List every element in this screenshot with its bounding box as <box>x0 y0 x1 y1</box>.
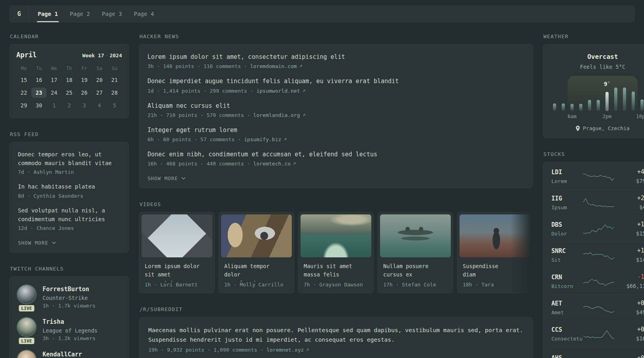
calendar-day-cell: 5 <box>107 100 122 111</box>
weather-hour-bar <box>614 88 617 111</box>
video-card[interactable]: Aliquam tempor dolor nec pharetra… 1h · … <box>219 212 294 293</box>
subreddit-post-title[interactable]: Maecenas mollis pulvinar erat non posuer… <box>148 326 524 345</box>
calendar-day-cell: 22 <box>16 88 31 98</box>
stock-values: +0.46% <box>614 354 644 358</box>
dashboard-grid: CALENDAR April Week 17·2024 Mo Tu We Th <box>0 22 644 358</box>
hn-item-title[interactable]: Lorem ipsum dolor sit amet, consectetur … <box>147 53 524 62</box>
stock-row[interactable]: AHS +0.46% <box>551 347 644 358</box>
external-link-icon <box>302 113 306 117</box>
video-thumbnail[interactable] <box>221 214 292 257</box>
video-thumbnail[interactable] <box>142 214 212 257</box>
calendar-day-cell: 30 <box>31 100 47 111</box>
page-tab[interactable]: Page 1 <box>32 6 64 22</box>
video-meta: 1h · Lori Barnett <box>140 282 214 293</box>
twitch-channel-name[interactable]: Trisha <box>43 317 97 325</box>
hn-item-domain: loremtech.co <box>253 161 291 167</box>
app-logo[interactable]: G <box>10 6 29 22</box>
stock-change: -1.00% <box>614 273 644 280</box>
video-meta: 17h · Stefan Cole <box>378 282 453 293</box>
rss-item-title[interactable]: In hac habitasse platea <box>18 183 120 191</box>
stock-name: Consectetur <box>551 336 583 342</box>
calendar-day-cell: 16 <box>31 75 47 85</box>
video-thumbnail[interactable] <box>301 214 371 257</box>
twitch-channel-row[interactable]: LIVE Trisha League of Legends 3h · 1.2k … <box>17 317 121 341</box>
twitch-channel-name[interactable]: ForrestBurton <box>43 285 95 293</box>
calendar-day-cell: 2 <box>62 100 77 111</box>
twitch-channel-info: KendallCarr <box>43 350 82 358</box>
page-tab[interactable]: Page 2 <box>64 6 96 22</box>
subreddit-post-domain: loremnet.xyz <box>266 347 304 353</box>
calendar-weekday-label: Th <box>62 66 77 71</box>
stock-values: +0.51% $165.84 <box>614 326 644 342</box>
video-card[interactable]: Nullam posuere cursus ex 17h · Stefan Co… <box>378 212 453 293</box>
video-thumbnail[interactable] <box>460 214 530 257</box>
calendar-card: April Week 17·2024 Mo Tu We Th Fr <box>10 44 129 118</box>
stock-row[interactable]: DBS Dolor +1.42% $156.28 <box>551 216 644 242</box>
hn-item-title[interactable]: Donec enim nibh, condimentum et accumsan… <box>147 150 524 159</box>
twitch-channel-row[interactable]: LIVE ForrestBurton Counter-Strike 1h · 1… <box>17 285 121 309</box>
video-meta: 18h · Tara <box>458 282 532 293</box>
stock-price: $165.84 <box>614 335 644 342</box>
video-title[interactable]: Suspendisse diam <box>458 259 532 279</box>
video-thumbnail[interactable] <box>380 214 451 257</box>
twitch-channel-row[interactable]: LIVE KendallCarr <box>17 350 121 358</box>
stock-price: $499.72 <box>614 309 644 315</box>
hn-show-more-button[interactable]: SHOW MORE <box>147 175 186 181</box>
stock-row[interactable]: SNRC Sit +1.36% $148.64 <box>551 242 644 268</box>
hn-item-domain: ipsumworld.net <box>256 88 300 94</box>
twitch-avatar-wrap: LIVE <box>17 317 36 341</box>
stock-row[interactable]: AET Amet +0.92% $499.72 <box>551 295 644 321</box>
videos-row: Lorem ipsum dolor sit amet consectetu… 1… <box>139 212 533 293</box>
calendar-day-cell: 29 <box>16 100 31 111</box>
hn-item-domain: loremdomain.com <box>250 63 297 69</box>
rss-item-meta: 8d · Cynthia Saunders <box>18 193 120 199</box>
stock-change: +4.35% <box>614 168 644 175</box>
video-title[interactable]: Aliquam tempor dolor nec pharetra… <box>219 259 294 282</box>
calendar-widget: CALENDAR April Week 17·2024 Mo Tu We Th <box>10 33 129 118</box>
twitch-channel-name[interactable]: KendallCarr <box>43 350 82 358</box>
video-card[interactable]: Lorem ipsum dolor sit amet consectetu… 1… <box>139 212 215 293</box>
rss-show-more-button[interactable]: SHOW MORE <box>18 240 56 246</box>
stock-change: +1.42% <box>614 221 644 228</box>
weather-hour-bar <box>623 88 626 111</box>
hn-item-title[interactable]: Aliquam nec cursus elit <box>147 101 524 111</box>
video-card[interactable]: Suspendisse diam 18h · Tara <box>457 212 533 293</box>
stock-id: SNRC Sit <box>551 247 583 263</box>
live-badge: LIVE <box>19 338 34 344</box>
stock-price: $156.28 <box>614 230 644 237</box>
video-title[interactable]: Nullam posuere cursus ex <box>378 259 453 279</box>
subreddit-post: Maecenas mollis pulvinar erat non posuer… <box>148 326 524 353</box>
hn-item-title[interactable]: Donec imperdiet augue tincidunt felis al… <box>147 77 524 86</box>
hn-item: Aliquam nec cursus elit 21h · 710 points… <box>147 101 524 118</box>
stock-sparkline <box>583 327 614 341</box>
stock-row[interactable]: CCS Consectetur +0.51% $165.84 <box>551 321 644 347</box>
weather-degree-symbol: ° <box>607 81 610 86</box>
stock-row[interactable]: CRN Bitcorn -1.00% $66,171.48 <box>551 268 644 295</box>
stock-row[interactable]: IIG Ipsum +2.84% $42.04 <box>551 190 644 216</box>
video-card[interactable]: Mauris sit amet massa felis 7h · Grayson… <box>298 212 374 293</box>
page-tab[interactable]: Page 3 <box>96 6 128 22</box>
subreddit-widget-title: /R/SUBREDDIT <box>140 306 533 312</box>
hn-item: Donec imperdiet augue tincidunt felis al… <box>147 77 524 93</box>
hn-item-meta: 21h · 710 points · 579 comments · loreml… <box>147 112 524 118</box>
stock-row[interactable]: LDI Lorem +4.35% $795.18 <box>551 163 644 190</box>
weather-temp-value: 9 <box>604 81 607 87</box>
stock-change: +2.84% <box>614 195 644 202</box>
videos-widget: VIDEOS Lorem ipsum dolor sit amet consec… <box>139 201 533 293</box>
page-tab[interactable]: Page 4 <box>128 6 160 22</box>
hn-item-domain: loremlandia.org <box>253 112 300 118</box>
stock-symbol: CRN <box>551 274 583 281</box>
external-link-icon <box>293 162 296 165</box>
rss-show-more-label: SHOW MORE <box>18 240 48 246</box>
twitch-widget-title: TWITCH CHANNELS <box>10 266 129 272</box>
hn-item-stats: 21h · 710 points · 579 comments · <box>147 112 253 118</box>
video-title[interactable]: Mauris sit amet massa felis <box>299 259 373 279</box>
video-title[interactable]: Lorem ipsum dolor sit amet consectetu… <box>140 259 214 282</box>
hn-item-title[interactable]: Integer eget rutrum lorem <box>147 126 524 135</box>
rss-item-title[interactable]: Donec tempor eros leo, ut commodo mauris… <box>18 150 120 167</box>
calendar-weekday-label: Su <box>107 66 122 71</box>
rss-item-title[interactable]: Sed volutpat nulla nisl, a condimentum n… <box>18 206 120 224</box>
calendar-day-cell: 4 <box>92 100 107 111</box>
weather-card: Overcast Feels like 5°C <box>543 44 644 138</box>
weather-time-2pm: 2pm <box>603 113 612 119</box>
